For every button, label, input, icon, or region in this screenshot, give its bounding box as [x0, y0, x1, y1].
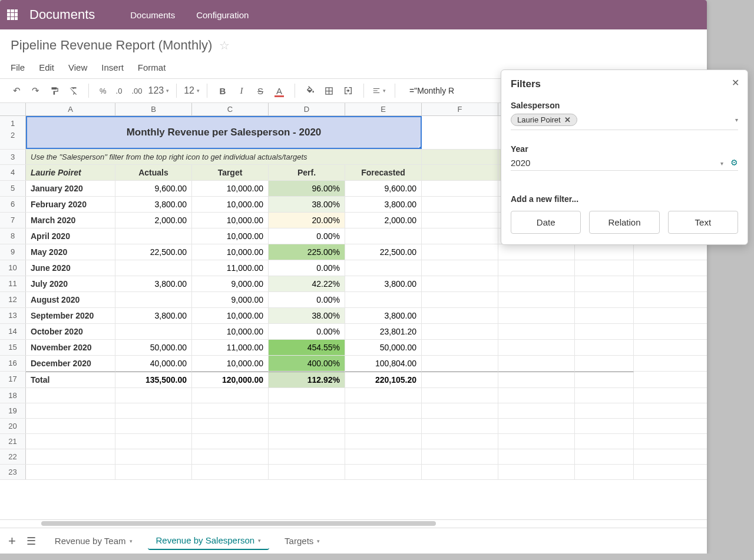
- cell[interactable]: [345, 260, 422, 276]
- menu-file[interactable]: File: [11, 62, 25, 72]
- cell[interactable]: [192, 403, 269, 418]
- cell[interactable]: [498, 403, 575, 418]
- cell[interactable]: September 2020: [26, 308, 115, 323]
- row-header[interactable]: 12: [0, 116, 26, 149]
- column-header-B[interactable]: B: [115, 103, 192, 115]
- cell[interactable]: [498, 276, 575, 291]
- cell[interactable]: 3,800.00: [115, 276, 192, 291]
- cell[interactable]: 42.22%: [269, 276, 345, 291]
- fill-color-button[interactable]: [302, 82, 319, 99]
- cell[interactable]: [498, 465, 575, 479]
- cell[interactable]: [115, 419, 192, 433]
- redo-icon[interactable]: ↷: [27, 82, 44, 99]
- cell[interactable]: Forecasted: [345, 165, 422, 180]
- row-header[interactable]: 23: [0, 465, 26, 479]
- gear-icon[interactable]: ⚙: [730, 158, 738, 167]
- cell[interactable]: [115, 228, 192, 244]
- cell[interactable]: [269, 403, 345, 418]
- cell[interactable]: [498, 419, 575, 433]
- cell[interactable]: [422, 434, 498, 449]
- cell[interactable]: March 2020: [26, 213, 115, 228]
- menu-insert[interactable]: Insert: [101, 62, 124, 72]
- cell[interactable]: [26, 465, 115, 479]
- cell[interactable]: [192, 419, 269, 433]
- cell[interactable]: 220,105.20: [345, 372, 422, 387]
- cell[interactable]: [498, 449, 575, 464]
- cell[interactable]: [115, 449, 192, 464]
- cell[interactable]: [26, 449, 115, 464]
- formula-bar[interactable]: ="Monthly R: [409, 86, 454, 95]
- cell[interactable]: [115, 403, 192, 418]
- row-header[interactable]: 5: [0, 181, 26, 196]
- cell[interactable]: 10,000.00: [192, 324, 269, 339]
- cell[interactable]: [422, 419, 498, 433]
- cell[interactable]: [575, 308, 634, 323]
- row-header[interactable]: 13: [0, 308, 26, 323]
- cell[interactable]: Perf.: [269, 165, 345, 180]
- cell[interactable]: [345, 434, 422, 449]
- cell[interactable]: [345, 292, 422, 307]
- cell[interactable]: Actuals: [115, 165, 192, 180]
- cell[interactable]: February 2020: [26, 197, 115, 212]
- cell[interactable]: 96.00%: [269, 181, 345, 196]
- cell[interactable]: [422, 324, 498, 339]
- cell[interactable]: 9,600.00: [345, 181, 422, 196]
- nav-configuration[interactable]: Configuration: [196, 10, 249, 20]
- cell[interactable]: 9,000.00: [192, 276, 269, 291]
- cell[interactable]: 3,800.00: [345, 308, 422, 323]
- filter-relation-button[interactable]: Relation: [589, 211, 659, 234]
- cell[interactable]: [26, 419, 115, 433]
- close-icon[interactable]: ✕: [732, 77, 739, 88]
- cell[interactable]: 3,800.00: [345, 197, 422, 212]
- cell[interactable]: Laurie Poiret: [26, 165, 115, 180]
- cell[interactable]: [498, 388, 575, 403]
- cell[interactable]: 2,000.00: [115, 213, 192, 228]
- column-header-C[interactable]: C: [192, 103, 269, 115]
- cell[interactable]: [575, 434, 634, 449]
- cell[interactable]: [345, 419, 422, 433]
- cell[interactable]: Target: [192, 165, 269, 180]
- row-header[interactable]: 18: [0, 388, 26, 403]
- row-header[interactable]: 4: [0, 165, 26, 180]
- cell[interactable]: [498, 308, 575, 323]
- menu-edit[interactable]: Edit: [39, 62, 54, 72]
- row-header[interactable]: 7: [0, 213, 26, 228]
- chevron-down-icon[interactable]: ▾: [720, 160, 723, 167]
- row-header[interactable]: 12: [0, 292, 26, 307]
- cell[interactable]: 3,800.00: [115, 197, 192, 212]
- cell[interactable]: 10,000.00: [192, 244, 269, 260]
- undo-icon[interactable]: ↶: [8, 82, 25, 99]
- cell[interactable]: [422, 403, 498, 418]
- sheet-list-icon[interactable]: ☰: [27, 535, 36, 548]
- row-header[interactable]: 17: [0, 372, 26, 387]
- cell[interactable]: [345, 403, 422, 418]
- cell[interactable]: 38.00%: [269, 197, 345, 212]
- cell[interactable]: 23,801.20: [345, 324, 422, 339]
- row-header[interactable]: 11: [0, 276, 26, 291]
- row-header[interactable]: 22: [0, 449, 26, 464]
- cell[interactable]: [422, 165, 498, 180]
- row-header[interactable]: 9: [0, 244, 26, 260]
- cell[interactable]: [422, 116, 498, 149]
- cell[interactable]: 0.00%: [269, 324, 345, 339]
- cell[interactable]: 100,804.00: [345, 356, 422, 371]
- cell[interactable]: 0.00%: [269, 292, 345, 307]
- cell[interactable]: [422, 449, 498, 464]
- cell[interactable]: [422, 276, 498, 291]
- cell[interactable]: [575, 388, 634, 403]
- cell[interactable]: January 2020: [26, 181, 115, 196]
- font-size-dropdown[interactable]: 12: [184, 85, 200, 96]
- document-title[interactable]: Pipeline Revenue Report (Monthly): [11, 38, 212, 53]
- cell[interactable]: [575, 449, 634, 464]
- cell[interactable]: 225.00%: [269, 244, 345, 260]
- select-all-corner[interactable]: [0, 103, 26, 115]
- percent-button[interactable]: %: [96, 87, 110, 95]
- align-dropdown[interactable]: [371, 82, 388, 99]
- cell[interactable]: [115, 465, 192, 479]
- cell[interactable]: 135,500.00: [115, 372, 192, 387]
- cell[interactable]: 10,000.00: [192, 356, 269, 371]
- cell[interactable]: [498, 292, 575, 307]
- cell[interactable]: [192, 388, 269, 403]
- cell[interactable]: [192, 434, 269, 449]
- row-header[interactable]: 20: [0, 419, 26, 433]
